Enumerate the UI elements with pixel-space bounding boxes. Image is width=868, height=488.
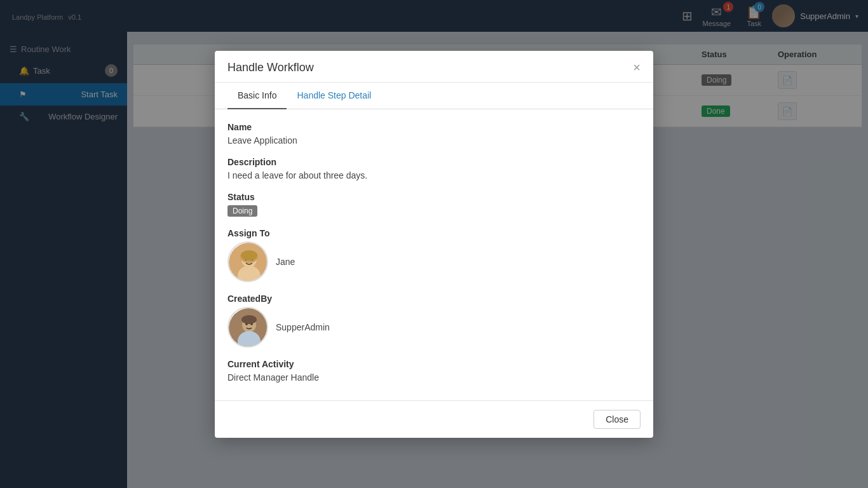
- assign-to-row: Jane: [227, 241, 641, 282]
- modal-tabs: Basic Info Handle Step Detail: [215, 83, 653, 109]
- modal-footer: Close: [215, 400, 653, 438]
- assign-to-name: Jane: [276, 257, 295, 267]
- modal-close-btn[interactable]: Close: [593, 410, 641, 429]
- created-by-name: SupperAdmin: [276, 322, 330, 332]
- status-label: Status: [227, 192, 641, 202]
- current-activity-label: Current Activity: [227, 359, 641, 369]
- created-by-label: CreatedBy: [227, 294, 641, 304]
- modal-status-badge: Doing: [227, 205, 257, 217]
- tab-handle-step-detail[interactable]: Handle Step Detail: [287, 83, 381, 109]
- created-by-row: SupperAdmin: [227, 307, 641, 348]
- handle-workflow-modal: Handle Workflow × Basic Info Handle Step…: [215, 51, 653, 438]
- status-field-value: Doing: [227, 205, 641, 217]
- modal-body: Basic Info Handle Step Detail Name Leave…: [215, 83, 653, 400]
- jane-avatar: [227, 241, 268, 282]
- admin-avatar: [227, 307, 268, 348]
- modal-close-button[interactable]: ×: [633, 61, 641, 74]
- form-content: Name Leave Application Description I nee…: [215, 109, 653, 400]
- tab-basic-info[interactable]: Basic Info: [227, 83, 287, 109]
- current-activity-value: Direct Manager Handle: [227, 372, 641, 383]
- modal-overlay: Handle Workflow × Basic Info Handle Step…: [0, 0, 868, 488]
- svg-point-6: [241, 250, 257, 261]
- description-value: I need a leave for about three days.: [227, 170, 641, 180]
- description-label: Description: [227, 157, 641, 167]
- name-value: Leave Application: [227, 135, 641, 146]
- modal-title: Handle Workflow: [227, 61, 314, 74]
- name-label: Name: [227, 122, 641, 132]
- svg-point-12: [241, 315, 257, 324]
- modal-header: Handle Workflow ×: [215, 51, 653, 83]
- assign-to-label: Assign To: [227, 228, 641, 238]
